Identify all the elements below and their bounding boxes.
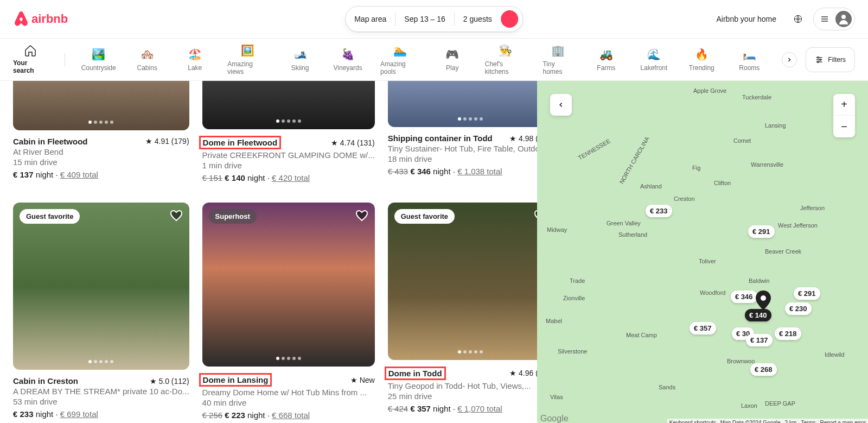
host-link[interactable]: Airbnb your home: [710, 8, 783, 30]
search-where[interactable]: Map area: [346, 15, 395, 23]
skiing-icon: 🎿: [293, 48, 307, 61]
listing-subtitle: Tiny Geopod in Todd- Hot Tub, Views,...: [388, 381, 553, 390]
lakefront-icon: 🌊: [647, 48, 660, 61]
zoom-out-button[interactable]: −: [833, 116, 855, 137]
map-place-label: Vilas: [550, 394, 563, 400]
category-chefs-kitchens[interactable]: 👨‍🍳Chef's kitchens: [485, 44, 526, 75]
svg-point-10: [820, 59, 821, 60]
filters-icon: [815, 55, 824, 64]
category-amazing-views[interactable]: 🖼️Amazing views: [227, 44, 267, 75]
listing-badge: Guest favorite: [394, 209, 455, 224]
account-menu-button[interactable]: [813, 8, 855, 30]
map-place-label: Ashland: [640, 183, 662, 190]
cat-label: Trending: [689, 64, 714, 72]
listing-card[interactable]: Shipping container in Todd★ 4.98 (203)Ti…: [388, 81, 553, 190]
category-cabins[interactable]: 🏘️Cabins: [132, 48, 162, 72]
map-place-label: Baldwin: [749, 277, 770, 284]
cabins-icon: 🏘️: [141, 48, 154, 61]
listing-image[interactable]: [13, 81, 189, 130]
your-search-tab[interactable]: Your search: [13, 37, 47, 82]
map-price-pin[interactable]: € 291: [748, 225, 775, 238]
play-icon: 🎮: [446, 48, 459, 61]
image-dots: [276, 357, 301, 360]
listing-subtitle: Private CREEKFRONT GLAMPING DOME w/...: [202, 150, 375, 160]
listing-card[interactable]: Dome in Fleetwood★ 4.74 (131)Private CRE…: [202, 81, 375, 190]
map-price-pin[interactable]: € 291: [794, 287, 820, 300]
search-who[interactable]: 2 guests: [455, 15, 501, 23]
search-pill[interactable]: Map area Sep 13 – 16 2 guests: [345, 6, 523, 32]
cat-label: Play: [446, 64, 458, 72]
person-icon: [837, 12, 850, 26]
category-vineyards[interactable]: 🍇Vineyards: [333, 48, 363, 72]
cat-label: Amazing pools: [380, 60, 420, 75]
listing-rating: ★ 4.91 (179): [145, 137, 189, 146]
listing-distance: 1 min drive: [202, 161, 375, 170]
map-place-label: Fig: [692, 165, 700, 171]
map-terms[interactable]: Terms: [801, 420, 815, 423]
map-price-pin[interactable]: € 230: [785, 302, 812, 315]
house-icon: [24, 44, 37, 57]
svg-point-12: [818, 61, 819, 62]
listing-card[interactable]: SuperhostDome in Lansing★ NewDreamy Dome…: [202, 203, 375, 423]
category-lakefront[interactable]: 🌊Lakefront: [639, 48, 669, 72]
category-countryside[interactable]: 🏞️Countryside: [82, 48, 114, 72]
map-place-label: Lansing: [765, 122, 786, 129]
map-price-pin[interactable]: € 233: [646, 205, 672, 217]
listing-subtitle: Dreamy Dome Home w/ Hot Tub Mins from ..…: [202, 388, 375, 397]
map-price-pin[interactable]: € 268: [750, 363, 777, 376]
listing-image[interactable]: Guest favorite: [13, 203, 189, 370]
airbnb-logo-icon: [13, 10, 29, 28]
map-zoom-controls: + −: [833, 94, 855, 137]
heart-icon: [355, 209, 368, 222]
map-collapse-button[interactable]: [550, 94, 572, 116]
map-place-label: Beaver Creek: [765, 248, 801, 255]
zoom-in-button[interactable]: +: [833, 94, 855, 116]
header-right: Airbnb your home: [710, 8, 855, 30]
language-button[interactable]: [787, 8, 809, 30]
logo[interactable]: airbnb: [13, 10, 68, 28]
category-amazing-pools[interactable]: 🏊Amazing pools: [380, 44, 420, 75]
svg-point-13: [761, 295, 766, 301]
listing-distance: 18 min drive: [388, 154, 553, 163]
cat-label: Tiny homes: [542, 60, 573, 75]
listing-card[interactable]: Guest favoriteDome in Todd★ 4.96 (276)Ti…: [388, 203, 553, 423]
listing-card[interactable]: Cabin in Fleetwood★ 4.91 (179)At River B…: [13, 81, 189, 190]
listing-image[interactable]: Superhost: [202, 203, 375, 367]
filters-label: Filters: [828, 56, 846, 64]
filters-button[interactable]: Filters: [806, 47, 855, 72]
cat-label: Skiing: [291, 64, 309, 72]
category-tiny-homes[interactable]: 🏢Tiny homes: [542, 44, 573, 75]
category-farms[interactable]: 🚜Farms: [591, 48, 621, 72]
listing-image[interactable]: [202, 81, 375, 129]
map-place-label: Silverstone: [558, 348, 587, 355]
category-next-button[interactable]: [782, 52, 797, 67]
search-button[interactable]: [501, 10, 518, 28]
map-price-pin[interactable]: € 137: [746, 334, 773, 346]
category-lake[interactable]: 🏖️Lake: [180, 48, 210, 72]
map-place-label: DEEP GAP: [765, 400, 795, 407]
map-price-pin[interactable]: € 218: [775, 327, 801, 340]
kb-shortcuts[interactable]: Keyboard shortcuts: [669, 420, 716, 423]
map-price-pin[interactable]: € 346: [731, 291, 757, 303]
listing-image[interactable]: [388, 81, 553, 127]
category-play[interactable]: 🎮Play: [437, 48, 468, 72]
image-dots: [88, 360, 113, 363]
pools-icon: 🏊: [393, 44, 406, 57]
map-place-label: Woodford: [700, 289, 726, 296]
category-rooms[interactable]: 🛏️Rooms: [734, 48, 764, 72]
map-place-label: TENNESSEE: [577, 137, 611, 161]
listing-image[interactable]: Guest favorite: [388, 203, 553, 360]
cat-label: Lakefront: [640, 64, 667, 72]
favorite-button[interactable]: [170, 209, 183, 224]
search-when[interactable]: Sep 13 – 16: [395, 15, 454, 23]
category-skiing[interactable]: 🎿Skiing: [285, 48, 315, 72]
map-report[interactable]: Report a map error: [820, 420, 866, 423]
listing-body: Shipping container in Todd★ 4.98 (203)Ti…: [388, 127, 553, 176]
favorite-button[interactable]: [355, 209, 368, 224]
listing-badge: Guest favorite: [20, 209, 80, 224]
listing-card[interactable]: Guest favoriteCabin in Creston★ 5.0 (112…: [13, 203, 189, 423]
map-price-pin[interactable]: € 357: [690, 322, 716, 334]
countryside-icon: 🏞️: [92, 48, 105, 61]
category-trending[interactable]: 🔥Trending: [686, 48, 717, 72]
map[interactable]: + − Google Keyboard shortcuts Map Data ©…: [537, 81, 868, 423]
